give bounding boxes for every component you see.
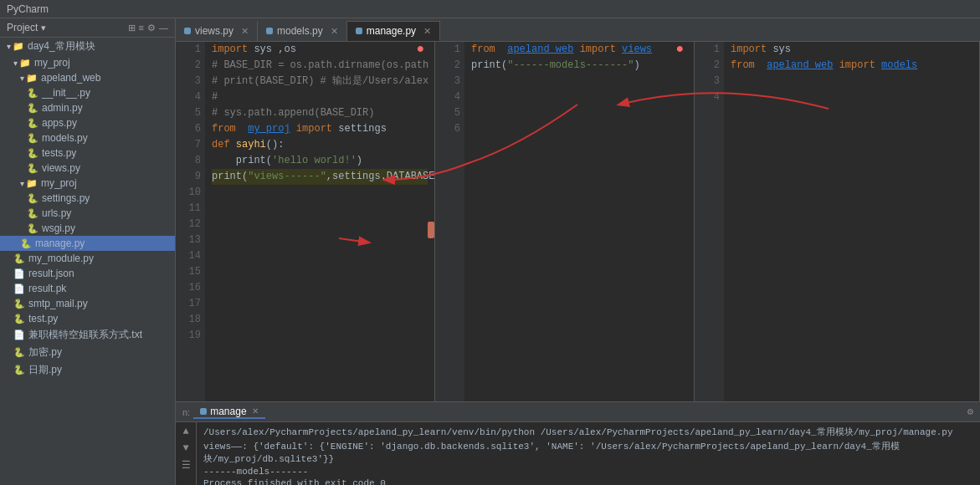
code-line: # BASE_DIR = os.path.dirname(os.path xyxy=(212,58,428,74)
settings-icon[interactable]: ⚙ xyxy=(147,23,156,33)
code-area-manage[interactable]: 1234 import sys from apeland_web import … xyxy=(695,42,979,401)
top-bar: PyCharm xyxy=(0,0,980,18)
sidebar-item-wsgi[interactable]: 🐍 wsgi.py xyxy=(0,221,175,236)
terminal-label: n: xyxy=(182,407,190,417)
expand-arrow: ▾ xyxy=(0,74,24,83)
sidebar-item-label: my_proj xyxy=(34,57,70,69)
py-icon: 🐍 xyxy=(27,163,38,174)
py-icon: 🐍 xyxy=(27,223,38,234)
bottom-panel: n: manage ✕ ⚙ ▲ ▼ ☰ /Users/alex/PycharmP… xyxy=(176,401,980,485)
bottom-tab-label: manage xyxy=(210,406,246,417)
sidebar-item-my_module[interactable]: 🐍 my_module.py xyxy=(0,251,175,266)
sidebar-item-label: my_module.py xyxy=(28,253,94,264)
tab-manage[interactable]: manage.py ✕ xyxy=(347,21,440,41)
sidebar: Project ▾ ⊞ ≡ ⚙ — ▾ 📁 day4_常用模块 ▾ 📁 my_p… xyxy=(0,18,176,485)
sidebar-item-date[interactable]: 🐍 日期.py xyxy=(0,361,175,379)
sidebar-item-tests[interactable]: 🐍 tests.py xyxy=(0,146,175,161)
folder-icon: 📁 xyxy=(26,73,38,84)
sidebar-icons: ⊞ ≡ ⚙ — xyxy=(128,23,168,33)
close-icon[interactable]: ✕ xyxy=(423,26,431,37)
sidebar-item-label: manage.py xyxy=(35,237,85,249)
sidebar-item-encrypt[interactable]: 🐍 加密.py xyxy=(0,344,175,361)
tab-models[interactable]: models.py ✕ xyxy=(258,21,347,41)
py-icon: 🐍 xyxy=(13,365,25,375)
sidebar-item-label: apeland_web xyxy=(41,72,100,84)
sidebar-item-my_proj[interactable]: ▾ 📁 my_proj xyxy=(0,176,175,191)
sidebar-item-result-json[interactable]: 📄 result.json xyxy=(0,266,175,281)
line-numbers-views: 12345 678910 1112131415 16171819 xyxy=(176,42,205,401)
sidebar-item-admin[interactable]: 🐍 admin.py xyxy=(0,100,175,115)
sidebar-item-views[interactable]: 🐍 views.py xyxy=(0,161,175,176)
sidebar-item-day4[interactable]: ▾ 📁 day4_常用模块 xyxy=(0,38,175,55)
expand-arrow: ▾ xyxy=(0,179,24,188)
sidebar-item-label: models.py xyxy=(42,132,88,144)
tab-views[interactable]: views.py ✕ xyxy=(176,21,258,41)
collapse-icon[interactable]: ≡ xyxy=(139,23,144,33)
editor-area: views.py ✕ models.py ✕ manage.py ✕ 12345 xyxy=(176,18,980,485)
bottom-tab-manage[interactable]: manage ✕ xyxy=(193,406,264,419)
scroll-up-icon[interactable]: ▲ xyxy=(182,426,188,437)
sidebar-item-label: settings.py xyxy=(42,192,90,204)
dropdown-arrow[interactable]: ▾ xyxy=(41,23,46,33)
sync-icon[interactable]: ⊞ xyxy=(128,23,136,33)
py-icon: 🐍 xyxy=(20,238,32,249)
tab-label: models.py xyxy=(277,25,323,37)
file-icon: 📄 xyxy=(13,283,25,294)
sidebar-item-manage[interactable]: 🐍 manage.py xyxy=(0,236,175,251)
sidebar-item-urls[interactable]: 🐍 urls.py xyxy=(0,206,175,221)
line-numbers-models: 123456 xyxy=(435,42,464,401)
py-icon: 🐍 xyxy=(13,314,25,324)
sidebar-item-label: wsgi.py xyxy=(42,222,75,234)
folder-icon: 📁 xyxy=(13,41,24,52)
bottom-tab-bar: n: manage ✕ ⚙ xyxy=(176,402,980,422)
sidebar-item-label: apps.py xyxy=(42,117,77,129)
close-icon[interactable]: ✕ xyxy=(241,26,249,37)
scroll-marker xyxy=(428,222,434,238)
tab-label: manage.py xyxy=(367,25,416,37)
py-icon: 🐍 xyxy=(27,133,38,144)
code-content-manage: import sys from apeland_web import model… xyxy=(724,42,979,401)
tab-label: views.py xyxy=(195,25,233,37)
sidebar-item-models[interactable]: 🐍 models.py xyxy=(0,130,175,146)
editors-container: 12345 678910 1112131415 16171819 ● impor… xyxy=(176,42,980,401)
code-line: print("------models-------") xyxy=(471,58,687,74)
sidebar-item-apps[interactable]: 🐍 apps.py xyxy=(0,115,175,130)
code-line: # print(BASE_DIR) # 输出是/Users/alex xyxy=(212,74,428,89)
sidebar-item-label: admin.py xyxy=(42,102,83,114)
code-line: from apeland_web import models xyxy=(731,58,972,74)
expand-arrow: ▾ xyxy=(0,42,11,51)
code-area-views[interactable]: 12345 678910 1112131415 16171819 ● impor… xyxy=(176,42,434,401)
error-indicator: ● xyxy=(416,42,424,58)
close-icon[interactable]: ✕ xyxy=(331,26,338,37)
close-icon[interactable]: ✕ xyxy=(252,406,259,416)
py-icon: 🐍 xyxy=(27,148,38,159)
code-area-models[interactable]: 123456 ● from apeland_web import views p… xyxy=(435,42,694,401)
code-line: import sys ,os xyxy=(212,42,428,58)
bottom-content: /Users/alex/PycharmProjects/apeland_py_l… xyxy=(197,422,980,485)
scroll-down-icon[interactable]: ▼ xyxy=(182,442,188,454)
sidebar-item-part-time[interactable]: 📄 兼职模特空姐联系方式.txt xyxy=(0,326,175,344)
sidebar-item-result-pk[interactable]: 📄 result.pk xyxy=(0,281,175,296)
sidebar-item-label: 加密.py xyxy=(28,345,62,360)
list-icon[interactable]: ☰ xyxy=(182,459,191,472)
sidebar-item-init[interactable]: 🐍 __init__.py xyxy=(0,85,175,100)
settings-icon[interactable]: ⚙ xyxy=(967,406,973,418)
sidebar-item-label: result.json xyxy=(28,268,74,279)
sidebar-item-my_proj_root[interactable]: ▾ 📁 my_proj xyxy=(0,55,175,70)
sidebar-item-apeland_web[interactable]: ▾ 📁 apeland_web xyxy=(0,70,175,85)
py-icon: 🐍 xyxy=(27,208,38,219)
sidebar-item-test[interactable]: 🐍 test.py xyxy=(0,311,175,326)
run-path: /Users/alex/PycharmProjects/apeland_py_l… xyxy=(203,426,973,438)
sidebar-item-label: 日期.py xyxy=(28,363,62,377)
minimize-icon[interactable]: — xyxy=(159,23,168,33)
sidebar-item-settings[interactable]: 🐍 settings.py xyxy=(0,191,175,206)
sidebar-item-label: tests.py xyxy=(42,147,76,159)
sidebar-item-label: __init__.py xyxy=(42,87,90,99)
tab-dot xyxy=(200,408,207,415)
file-icon: 📄 xyxy=(13,329,25,340)
sidebar-item-smtp[interactable]: 🐍 smtp_mail.py xyxy=(0,296,175,311)
sidebar-item-label: 兼职模特空姐联系方式.txt xyxy=(28,328,142,342)
py-icon: 🐍 xyxy=(27,118,38,129)
py-dot xyxy=(356,28,362,34)
py-icon: 🐍 xyxy=(13,347,25,358)
